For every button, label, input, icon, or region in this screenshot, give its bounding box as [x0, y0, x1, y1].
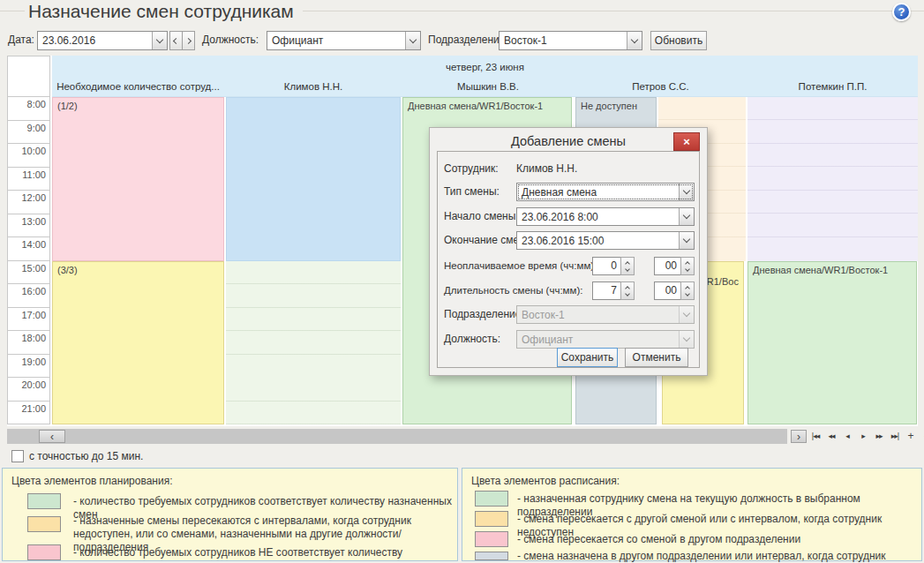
stepper-arrows[interactable]	[680, 257, 695, 275]
department-select[interactable]: Восток-1	[499, 31, 642, 50]
pager-forward-icon[interactable]: ▸	[857, 432, 869, 440]
date-dropdown-button[interactable]	[152, 32, 167, 49]
chevron-down-icon	[685, 266, 690, 272]
dialog-department-label: Подразделение:	[444, 305, 524, 324]
chevron-down-icon	[625, 266, 630, 272]
department-value: Восток-1	[500, 34, 627, 47]
legend-swatch-green	[475, 491, 508, 507]
refresh-button[interactable]: Обновить	[650, 31, 707, 50]
pager-fast-fwd-icon[interactable]: ▸▸	[873, 432, 885, 440]
shift-start-label: Начало смены:	[444, 207, 519, 226]
chevron-down-icon	[683, 187, 690, 194]
shift-end-dropdown-button[interactable]	[679, 232, 694, 249]
shift-start-select[interactable]: 23.06.2016 8:00	[516, 207, 695, 226]
dialog-close-button[interactable]: ×	[673, 132, 700, 151]
position-label: Должность:	[202, 30, 259, 49]
pager-fast-back-icon[interactable]: ◂◂	[825, 432, 838, 440]
shift-type-select[interactable]: Дневная смена	[516, 183, 695, 201]
date-picker[interactable]: 23.06.2016	[37, 31, 168, 50]
zoom-in-icon[interactable]: +	[905, 430, 917, 442]
scroll-left-icon: ‹	[50, 431, 54, 443]
duration-hours-stepper[interactable]: 7	[592, 282, 635, 300]
pager-last-icon[interactable]: ▸▸|	[889, 432, 901, 440]
shift-start-dropdown-button[interactable]	[679, 208, 694, 225]
dropdown-button-disabled	[679, 331, 694, 348]
stepper-arrows[interactable]	[620, 257, 635, 275]
time-label: 16:00	[7, 284, 50, 308]
cancel-button[interactable]: Отменить	[625, 348, 688, 367]
precision-checkbox[interactable]	[11, 450, 24, 462]
time-label: 10:00	[7, 144, 50, 168]
time-label: 19:00	[7, 355, 50, 379]
chevron-down-icon	[409, 35, 417, 42]
date-label: Дата:	[8, 30, 34, 49]
stepper-arrows[interactable]	[620, 282, 635, 300]
shift-type-dropdown-button[interactable]	[679, 184, 694, 200]
date-next-button[interactable]	[182, 31, 195, 50]
pager-back-icon[interactable]: ◂	[841, 432, 853, 440]
position-select[interactable]: Официант	[267, 31, 421, 50]
pager-first-icon[interactable]: |◂◂	[809, 432, 822, 440]
help-icon[interactable]: ?	[892, 3, 911, 21]
dialog-department-value: Восток-1	[517, 309, 679, 321]
klimov-free-area[interactable]	[226, 261, 401, 425]
column-header-klimov: Климов Н.Н.	[226, 81, 401, 92]
shift-start-value: 23.06.2016 8:00	[517, 211, 679, 223]
time-label: 17:00	[7, 308, 50, 332]
position-value: Официант	[267, 34, 405, 47]
department-dropdown-button[interactable]	[627, 32, 642, 49]
legend-swatch-pink	[475, 531, 508, 547]
pager-controls: |◂◂ ◂◂ ◂ ▸ ▸▸ ▸▸| + −	[809, 429, 924, 443]
unpaid-time-label: Неоплачиваемое время (чч:мм):	[444, 257, 597, 275]
horizontal-scrollbar[interactable]	[7, 429, 787, 444]
page-title: Назначение смен сотрудникам	[25, 1, 303, 22]
duration-minutes-stepper[interactable]: 00	[654, 282, 695, 300]
dialog-position-value: Официант	[517, 334, 679, 346]
chevron-down-icon	[685, 291, 690, 297]
time-label: 9:00	[7, 121, 50, 145]
dialog-title: Добавление смены	[430, 134, 707, 148]
chevron-down-icon	[631, 35, 638, 42]
unpaid-minutes-value: 00	[654, 257, 680, 275]
zoom-out-icon[interactable]: −	[920, 430, 924, 442]
save-button[interactable]: Сохранить	[557, 348, 618, 367]
duration-minutes-value: 00	[654, 282, 680, 300]
legend-swatch-pink	[27, 544, 61, 560]
legend-swatch-gray	[475, 552, 508, 560]
precision-checkbox-label: с точностью до 15 мин.	[29, 447, 143, 466]
potemkin-shift-cell[interactable]: Дневная смена/WR1/Восток-1	[747, 261, 917, 425]
scroll-right-icon: ›	[797, 431, 800, 443]
unpaid-hours-value: 0	[592, 257, 620, 275]
legend-swatch-orange	[27, 516, 61, 532]
chevron-down-icon	[683, 212, 690, 219]
required-staff-cell-morning[interactable]: (1/2)	[52, 97, 224, 261]
column-header-myshkin: Мышкин В.В.	[402, 81, 574, 92]
chevron-down-icon	[683, 334, 690, 342]
duration-hours-value: 7	[592, 282, 620, 300]
required-staff-cell-evening[interactable]: (3/3)	[52, 261, 224, 425]
schedule-legend-panel: Цвета элементов расписания: - назначенна…	[462, 468, 922, 561]
unpaid-hours-stepper[interactable]: 0	[592, 257, 635, 275]
shift-type-value: Дневная смена	[517, 186, 679, 199]
potemkin-morning-area[interactable]	[747, 97, 918, 261]
time-label: 8:00	[7, 97, 50, 121]
time-label: 11:00	[7, 168, 50, 191]
dialog-position-label: Должность:	[444, 330, 500, 349]
klimov-new-shift-selection[interactable]	[226, 97, 401, 261]
chevron-down-icon	[683, 236, 690, 243]
shift-end-select[interactable]: 23.06.2016 15:00	[516, 231, 695, 250]
position-dropdown-button[interactable]	[405, 32, 420, 49]
chevron-up-icon	[685, 261, 690, 266]
date-prev-button[interactable]	[169, 31, 183, 50]
legend-item-text: - смена назначена в другом подразделении…	[517, 550, 914, 563]
planning-legend-panel: Цвета элементов планирования: - количест…	[2, 468, 458, 561]
planning-legend-title: Цвета элементов планирования:	[11, 475, 173, 487]
shift-type-label: Тип смены:	[444, 183, 500, 201]
scrollbar-left-button[interactable]: ‹	[39, 430, 65, 443]
time-label: 18:00	[7, 331, 50, 355]
dialog-position-select: Официант	[516, 330, 695, 349]
chevron-up-icon	[685, 286, 690, 291]
unpaid-minutes-stepper[interactable]: 00	[654, 257, 695, 275]
stepper-arrows[interactable]	[680, 282, 695, 300]
scrollbar-right-button[interactable]: ›	[791, 430, 807, 443]
